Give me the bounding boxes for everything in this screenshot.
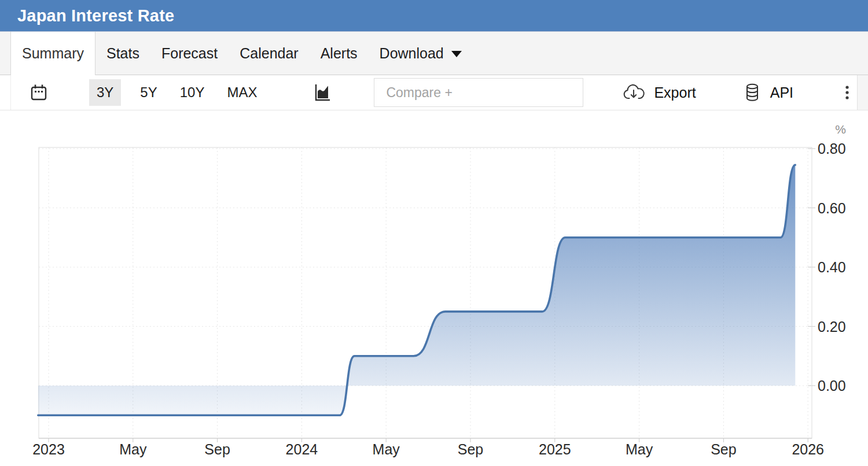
tab-download[interactable]: Download: [369, 32, 473, 75]
y-axis-unit-label: %: [835, 123, 846, 136]
tab-alerts-label: Alerts: [321, 45, 358, 62]
area-chart-icon: [311, 82, 333, 103]
tab-alerts[interactable]: Alerts: [310, 32, 369, 75]
calendar-icon: [28, 82, 50, 103]
range-selector: 3Y 5Y 10Y MAX: [89, 79, 260, 106]
tab-summary-label: Summary: [22, 45, 84, 62]
tab-summary[interactable]: Summary: [10, 32, 95, 75]
export-button[interactable]: Export: [623, 83, 696, 102]
x-tick-label: Sep: [458, 441, 483, 457]
tab-download-label: Download: [380, 45, 444, 62]
y-tick-label: 0.20: [818, 319, 846, 335]
chevron-down-icon: [451, 51, 462, 57]
toolbar-right-gutter: [857, 75, 868, 110]
x-tick-label: 2026: [792, 441, 824, 457]
api-button[interactable]: API: [742, 82, 793, 103]
series-area-fill: [38, 165, 796, 415]
range-3y-button[interactable]: 3Y: [89, 79, 121, 106]
page-title: Japan Interest Rate: [17, 6, 174, 25]
x-tick-label: 2024: [286, 441, 318, 457]
y-tick-label: 0.60: [818, 200, 846, 216]
tab-bar: Summary Stats Forecast Calendar Alerts D…: [0, 32, 868, 75]
chart-toolbar: 3Y 5Y 10Y MAX Export API: [0, 75, 868, 110]
tab-calendar-label: Calendar: [240, 45, 298, 62]
compare-input[interactable]: [374, 78, 583, 107]
y-tick-label: 0.40: [818, 259, 846, 275]
rate-area-chart[interactable]: 2023MaySep2024MaySep2025MaySep20260.000.…: [0, 110, 868, 466]
y-tick-label: 0.80: [818, 140, 846, 157]
range-max-button[interactable]: MAX: [223, 79, 260, 106]
range-10y-button[interactable]: 10Y: [176, 79, 208, 106]
page-header: Japan Interest Rate: [0, 0, 868, 32]
x-tick-label: 2025: [539, 441, 571, 457]
more-options-button[interactable]: [843, 82, 851, 103]
range-5y-button[interactable]: 5Y: [137, 79, 160, 106]
tab-stats-label: Stats: [106, 45, 139, 62]
database-icon: [742, 82, 762, 103]
kebab-menu-icon: [843, 82, 851, 103]
x-tick-label: May: [373, 441, 400, 457]
tab-calendar[interactable]: Calendar: [229, 32, 309, 75]
chart-type-button[interactable]: [311, 82, 333, 103]
api-label: API: [770, 84, 793, 101]
export-label: Export: [654, 84, 696, 101]
tab-stats[interactable]: Stats: [95, 32, 150, 75]
tab-forecast-label: Forecast: [161, 45, 218, 62]
x-tick-label: Sep: [711, 441, 736, 457]
x-tick-label: 2023: [32, 441, 65, 457]
tab-forecast[interactable]: Forecast: [150, 32, 229, 75]
x-tick-label: Sep: [204, 441, 230, 457]
y-tick-label: 0.00: [818, 378, 846, 394]
cloud-download-icon: [623, 83, 646, 102]
x-tick-label: May: [626, 441, 653, 457]
x-tick-label: May: [119, 441, 147, 457]
date-range-picker-button[interactable]: [28, 82, 50, 103]
